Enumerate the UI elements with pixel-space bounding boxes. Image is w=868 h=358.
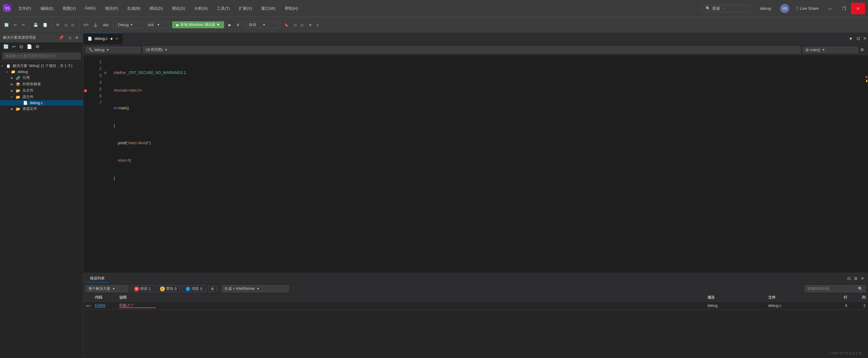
- editor-close-button[interactable]: ✕: [862, 36, 868, 42]
- menu-file[interactable]: 文件(F): [14, 5, 36, 12]
- config-label: Debug: [118, 23, 129, 27]
- anchor-button[interactable]: ⚓: [92, 22, 100, 28]
- message-badge[interactable]: ℹ 消息 0: [182, 285, 206, 292]
- arch-label: x64: [148, 23, 156, 27]
- error-desc: 应输入";": [119, 303, 707, 308]
- tree-source-files[interactable]: ▾ 📂 源文件: [0, 94, 83, 100]
- global-search-box[interactable]: 🔍 搜索 ▼: [702, 5, 751, 12]
- menu-analyze[interactable]: 分析(N): [190, 5, 212, 12]
- search-errors-icon: 🔍: [858, 286, 863, 291]
- pause-button[interactable]: ⏸: [234, 22, 242, 28]
- menu-help[interactable]: 帮助(H): [280, 5, 302, 12]
- more-button[interactable]: »: [315, 22, 320, 28]
- live-share-button[interactable]: ⤴ Live Share: [792, 5, 823, 12]
- sidebar-close-icon[interactable]: ✕: [73, 35, 80, 40]
- menu-window[interactable]: 窗口(W): [257, 5, 280, 12]
- sync-button[interactable]: 🔄: [2, 44, 10, 50]
- play-button[interactable]: ▶: [226, 22, 233, 28]
- tree-external-deps[interactable]: ▶ 📦 外部依赖项: [0, 81, 83, 87]
- minimize-button[interactable]: —: [823, 3, 837, 14]
- error-badge[interactable]: ✕ 错误 1: [131, 285, 154, 292]
- menu-git[interactable]: Git(G): [81, 5, 100, 12]
- error-extra-button[interactable]: ⚙: [208, 286, 217, 292]
- menu-edit[interactable]: 编辑(E): [36, 5, 58, 12]
- editor-settings-icon[interactable]: ⚙: [859, 47, 866, 53]
- nav-function-dropdown[interactable]: ⊞ main() ▼: [803, 47, 858, 53]
- sidebar-search-input[interactable]: [2, 53, 81, 59]
- close-button[interactable]: ✕: [851, 3, 865, 14]
- tree-debug-c[interactable]: 📄 debug.c: [0, 100, 83, 106]
- sidebar-pin-icon[interactable]: 📌: [57, 35, 65, 40]
- config-dropdown-arrow: ▼: [130, 23, 141, 26]
- scope-filter-dropdown[interactable]: 整个解决方案 ▼: [86, 285, 128, 292]
- maximize-button[interactable]: ❐: [837, 3, 851, 14]
- arch-dropdown[interactable]: x64 ▼: [146, 22, 167, 28]
- panel-float-icon[interactable]: ⧉: [853, 276, 859, 282]
- bookmark-button[interactable]: 🔖: [282, 22, 290, 28]
- tab-close-icon[interactable]: ✕: [115, 36, 118, 41]
- menu-build[interactable]: 生成(B): [123, 5, 145, 12]
- toolbar-separator-3: [79, 21, 79, 29]
- view-files-button[interactable]: 📄: [25, 44, 33, 50]
- bm-prev-button[interactable]: ◁: [292, 22, 298, 28]
- menu-tools[interactable]: 工具(T): [213, 5, 234, 12]
- menu-debug[interactable]: 调试(D): [145, 5, 167, 12]
- sidebar-auto-hide-icon[interactable]: ◁: [66, 35, 72, 40]
- tab-error-list[interactable]: 错误列表: [86, 275, 109, 282]
- panel-close-icon[interactable]: ✕: [859, 276, 866, 281]
- menu-view[interactable]: 视图(V): [58, 5, 80, 12]
- scope-arrow: ▼: [106, 48, 109, 51]
- nav-context-dropdown[interactable]: (全局范围) ▼: [143, 46, 801, 53]
- function-icon: ⊞: [806, 48, 809, 52]
- config-dropdown[interactable]: Debug ▼: [116, 22, 143, 28]
- forward-button[interactable]: ▷: [70, 22, 76, 28]
- refresh-solution-button[interactable]: ↩: [11, 44, 17, 50]
- tree-resource-files[interactable]: ▶ 📂 资源文件: [0, 106, 83, 112]
- save-all-button[interactable]: 📑: [41, 22, 49, 28]
- solution-expand-icon: ▾: [1, 64, 6, 67]
- gutter-line-3: [83, 70, 89, 76]
- error-code[interactable]: E0065: [95, 304, 119, 308]
- bottom-tabs-bar: 错误列表 ⊡ ⧉ ✕: [83, 273, 868, 284]
- window-controls: — ❐ ✕: [823, 3, 865, 14]
- bm-next-button[interactable]: ▷: [299, 22, 306, 28]
- run-debugger-button[interactable]: ▶ 本地 Windows 调试器 ▼: [172, 21, 224, 28]
- warning-badge[interactable]: ⚠ 警告 0: [157, 285, 180, 292]
- save-button[interactable]: 💾: [32, 22, 40, 28]
- error-search-box[interactable]: 搜索错误列表 🔍: [805, 285, 866, 292]
- menu-extensions[interactable]: 扩展(X): [235, 5, 256, 12]
- tree-project[interactable]: ▾ 📁 debug: [0, 69, 83, 75]
- settings-button[interactable]: ⚙: [34, 44, 41, 50]
- collapse-all-button[interactable]: ⊟: [18, 44, 25, 50]
- code-content[interactable]: #define _CRT_SECURE_NO_WARNINGS 1 #inclu…: [109, 55, 864, 273]
- arch-dropdown-arrow: ▼: [157, 23, 165, 26]
- editor-maximize-button[interactable]: ⊡: [855, 36, 862, 42]
- tab-list-button[interactable]: ▼: [846, 35, 855, 42]
- tree-references[interactable]: ▶ 🔗 引用: [0, 75, 83, 81]
- menu-test[interactable]: 测试(S): [167, 5, 189, 12]
- new-button[interactable]: 🔄: [2, 22, 11, 28]
- tab-debug-c[interactable]: 📄 debug.c ● ✕: [83, 33, 123, 45]
- nav-scope-dropdown[interactable]: 🔧 debug ▼: [86, 47, 141, 53]
- editor-main: 1 2 3 4 5 6 7 ⊟ #d: [83, 55, 868, 273]
- back-button[interactable]: ◁: [62, 22, 69, 28]
- error-row-0[interactable]: abc E0065 应输入";" debug debug.c 6 2: [83, 302, 868, 310]
- panel-expand-icon[interactable]: ⊡: [846, 276, 852, 281]
- menu-project[interactable]: 项目(P): [101, 5, 122, 12]
- redo-button[interactable]: ↪: [20, 22, 27, 28]
- bottom-panel-controls: ⊡ ⧉ ✕: [846, 276, 866, 282]
- tree-solution[interactable]: ▾ 📋 解决方案 'debug' (1 个项目，共 1 个): [0, 63, 83, 69]
- undo-button[interactable]: ↩: [12, 22, 19, 28]
- error-type-icon: abc: [86, 304, 95, 307]
- cg-7: [104, 93, 109, 99]
- spell-button[interactable]: abc: [101, 22, 111, 28]
- error-toolbar: 整个解决方案 ▼ ✕ 错误 1 ⚠ 警告 0 ℹ 消息 0: [83, 284, 868, 294]
- src-expand-icon: ▾: [11, 95, 16, 99]
- refresh-button[interactable]: ⟳: [55, 22, 61, 28]
- cg-3[interactable]: ⊟: [104, 70, 109, 76]
- tab-modified-dot: ●: [110, 36, 113, 42]
- build-filter-dropdown[interactable]: 生成 + IntelliSense ▼: [222, 285, 289, 292]
- bm-clear-button[interactable]: ✕: [307, 22, 314, 28]
- auto-dropdown[interactable]: 自动 ▼: [247, 21, 277, 28]
- tree-header-files[interactable]: ▶ 📂 头文件: [0, 87, 83, 94]
